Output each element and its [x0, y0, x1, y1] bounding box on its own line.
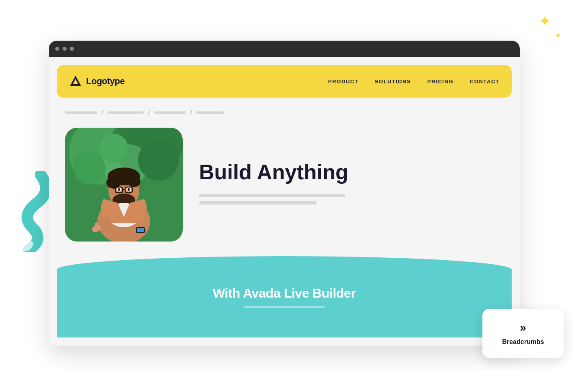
breadcrumb-sep-3: /	[190, 109, 192, 116]
svg-point-6	[73, 152, 106, 185]
breadcrumb-sep-1: /	[102, 109, 103, 116]
svg-point-18	[118, 188, 120, 191]
hero-text-area: Build Anything	[199, 152, 504, 216]
logo-icon	[69, 75, 82, 88]
breadcrumbs-label: Breadcrumbs	[502, 338, 544, 346]
browser-content: Logotype PRODUCT SOLUTIONS PRICING CONTA…	[49, 57, 520, 346]
nav-solutions[interactable]: SOLUTIONS	[375, 78, 411, 85]
breadcrumbs-card: » Breadcrumbs	[482, 309, 564, 358]
svg-rect-28	[137, 228, 144, 232]
nav-product[interactable]: PRODUCT	[328, 78, 359, 85]
bottom-title: With Avada Live Builder	[213, 286, 356, 301]
browser-dot-1	[55, 47, 59, 51]
hero-person-svg	[65, 128, 183, 242]
breadcrumb-sep-2: /	[148, 109, 149, 116]
bottom-teal-inner: With Avada Live Builder	[213, 256, 356, 337]
hero-section: Build Anything	[57, 128, 512, 242]
svg-point-8	[99, 134, 128, 162]
navbar: Logotype PRODUCT SOLUTIONS PRICING CONTA…	[57, 65, 512, 98]
svg-point-14	[128, 176, 141, 187]
hero-subtitle-line-1	[199, 194, 345, 197]
logo-text: Logotype	[86, 76, 125, 87]
svg-point-19	[128, 188, 130, 191]
bottom-teal-section: With Avada Live Builder	[57, 256, 512, 337]
star-large-icon: ✦	[538, 12, 551, 30]
browser-window: Logotype PRODUCT SOLUTIONS PRICING CONTA…	[49, 41, 520, 346]
browser-dot-3	[70, 47, 74, 51]
breadcrumb-line-3	[154, 111, 186, 114]
nav-links: PRODUCT SOLUTIONS PRICING CONTACT	[328, 78, 499, 85]
breadcrumb-line-2	[107, 111, 144, 114]
nav-pricing[interactable]: PRICING	[427, 78, 454, 85]
bottom-subtitle-line	[244, 306, 325, 308]
breadcrumb-line-1	[65, 111, 97, 114]
hero-title: Build Anything	[199, 161, 504, 184]
svg-point-7	[138, 140, 179, 181]
hero-subtitle-line-2	[199, 201, 317, 205]
browser-titlebar	[49, 41, 520, 57]
logo-area: Logotype	[69, 75, 328, 88]
nav-contact[interactable]: CONTACT	[470, 78, 499, 85]
page-inner: Logotype PRODUCT SOLUTIONS PRICING CONTA…	[57, 65, 512, 337]
hero-image	[65, 128, 183, 242]
deco-blue-swirl	[8, 171, 53, 252]
content-area: Build Anything With Avada Live Builder	[57, 128, 512, 337]
breadcrumb-line-4	[196, 111, 225, 114]
browser-dot-2	[63, 47, 67, 51]
breadcrumb-bar: / / /	[57, 106, 512, 120]
star-small-icon: ✦	[554, 30, 562, 41]
breadcrumbs-chevron-icon: »	[520, 321, 526, 334]
